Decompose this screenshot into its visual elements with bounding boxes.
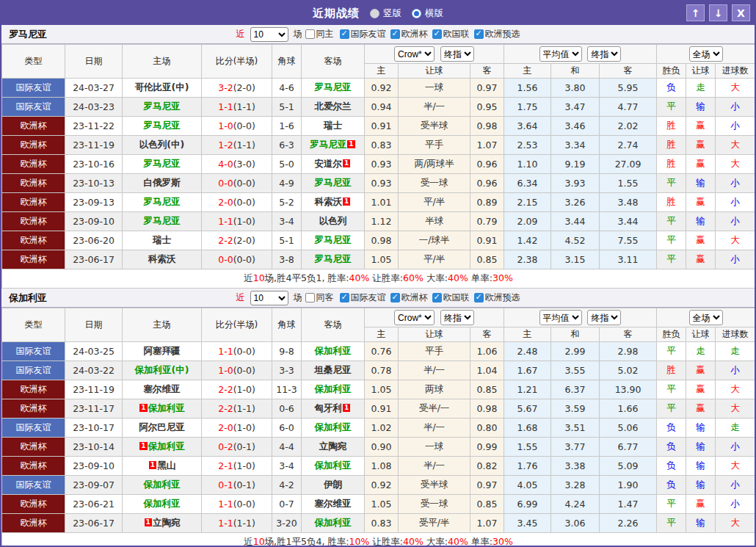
home-odds: 0.92	[365, 476, 399, 495]
score-cell: 4-0(3-0)	[202, 155, 272, 174]
checkbox-unchecked-icon[interactable]	[305, 29, 315, 39]
handicap-line: 平手	[399, 342, 470, 361]
checkbox-checked-icon[interactable]	[432, 293, 442, 303]
league-filter-checkbox[interactable]: 欧国联	[432, 28, 470, 40]
avg-away-odds: 4.77	[600, 98, 657, 117]
home-team-cell: 1保加利亚	[123, 399, 202, 419]
league-filter-checkbox[interactable]: 欧洲杯	[390, 28, 428, 40]
home-odds: 1.05	[365, 250, 399, 269]
result-handicap: 赢	[686, 250, 716, 269]
result-goals: 大	[716, 457, 755, 476]
score-cell: 1-1(0-0)	[202, 342, 272, 361]
home-team-name: 罗马尼亚	[144, 215, 181, 226]
checkbox-checked-icon[interactable]	[390, 29, 400, 39]
final-odds-select-2[interactable]: 终指	[587, 46, 621, 62]
col-away: 客场	[302, 45, 365, 79]
avg-draw-odds: 3.55	[551, 361, 600, 380]
result-goals: 大	[716, 514, 755, 533]
score-cell: 1-1(1-1)	[202, 514, 272, 533]
league-filter-checkbox[interactable]: 国际友谊	[340, 28, 386, 40]
league-badge: 欧洲杯	[2, 155, 65, 174]
layout-option-vertical[interactable]: 竖版	[370, 7, 401, 20]
league-filter-checkbox[interactable]: 欧洲杯	[390, 291, 428, 304]
scope-select[interactable]: 全场	[689, 310, 723, 325]
league-filter-checkbox[interactable]: 欧洲预选	[474, 291, 520, 304]
match-date: 23-06-21	[65, 495, 123, 514]
summary-text: 近	[244, 536, 253, 547]
final-odds-select[interactable]: 终指	[440, 310, 474, 325]
match-count-select[interactable]: 10	[250, 291, 288, 305]
checkbox-checked-icon[interactable]	[474, 293, 484, 303]
radio-unselected-icon[interactable]	[370, 9, 379, 18]
league-filter-checkbox[interactable]: 欧洲预选	[474, 28, 520, 40]
away-odds: 1.07	[470, 136, 504, 155]
home-team-name: 黑山	[157, 460, 175, 471]
match-count-select[interactable]: 10	[250, 27, 288, 42]
home-odds: 0.93	[365, 155, 399, 174]
home-team-name: 罗马尼亚	[144, 101, 181, 112]
result-handicap: 赢	[686, 231, 716, 250]
away-team-name: 安道尔	[315, 158, 343, 169]
odds-source-select[interactable]: Crow*	[394, 46, 435, 62]
league-badge: 国际友谊	[2, 476, 65, 495]
result-goals: 小	[716, 495, 755, 514]
checkbox-checked-icon[interactable]	[474, 29, 484, 39]
home-odds: 0.83	[365, 136, 399, 155]
final-odds-select[interactable]: 终指	[440, 46, 474, 62]
away-team-name: 瑞士	[324, 120, 342, 131]
scope-select[interactable]: 全场	[689, 46, 723, 62]
checkbox-unchecked-icon[interactable]	[305, 293, 315, 303]
checkbox-checked-icon[interactable]	[432, 29, 442, 39]
corner-count: 3-4	[272, 212, 302, 231]
league-filter-checkbox[interactable]: 国际友谊	[340, 291, 386, 304]
checkbox-checked-icon[interactable]	[390, 293, 400, 303]
result-goals: 大	[716, 136, 755, 155]
score-cell: 1-0(0-0)	[202, 117, 272, 136]
away-odds: 0.85	[470, 250, 504, 269]
halftime-score: (0-0)	[233, 499, 255, 510]
subcol-outcome: 胜负	[657, 64, 686, 79]
average-select[interactable]: 平均值	[539, 310, 582, 325]
recent-results-window: 近期战绩 竖版 横版 ↑ ↓ X 罗马尼亚 近 10 场	[0, 0, 756, 547]
home-team-name: 阿尔巴尼亚	[139, 421, 185, 432]
league-badge: 欧洲杯	[2, 495, 65, 514]
handicap-line: 半/一	[399, 361, 470, 380]
checkbox-checked-icon[interactable]	[340, 293, 349, 303]
final-odds-select-2[interactable]: 终指	[587, 310, 621, 325]
away-odds: 0.97	[470, 79, 504, 98]
away-odds: 0.85	[470, 380, 504, 399]
match-row: 欧洲杯23-06-171立陶宛1-1(1-1)3-20保加利亚0.83受平/半1…	[2, 514, 755, 533]
result-handicap: 赢	[686, 117, 716, 136]
league-filter-label: 欧洲杯	[401, 291, 428, 304]
league-filter-checkbox[interactable]: 欧国联	[432, 291, 470, 304]
avg-home-odds: 5.67	[504, 399, 551, 419]
avg-home-odds: 2.48	[504, 342, 551, 361]
corner-count: 3-20	[272, 514, 302, 533]
league-filter-label: 欧洲杯	[401, 28, 428, 40]
radio-selected-icon[interactable]	[412, 9, 421, 18]
odds-source-select[interactable]: Crow*	[394, 310, 435, 325]
handicap-line: 受半球	[399, 117, 470, 136]
match-row: 欧洲杯23-10-13白俄罗斯0-0(0-0)4-9罗马尼亚0.93受一球0.9…	[2, 174, 755, 193]
near-label: 近	[236, 28, 245, 40]
same-venue-checkbox[interactable]: 同主	[305, 28, 334, 40]
avg-home-odds: 1.75	[504, 98, 551, 117]
avg-away-odds: 5.09	[600, 457, 657, 476]
result-outcome: 负	[657, 457, 686, 476]
home-team-cell: 塞尔维亚	[123, 380, 202, 399]
summary-stat-value: 40%	[349, 272, 370, 283]
avg-away-odds: 3.48	[600, 193, 657, 212]
scroll-up-button[interactable]: ↑	[686, 4, 705, 21]
window-title: 近期战绩	[313, 7, 360, 21]
result-handicap: 走	[686, 79, 716, 98]
scroll-down-button[interactable]: ↓	[709, 4, 727, 21]
checkbox-checked-icon[interactable]	[340, 29, 349, 39]
average-select[interactable]: 平均值	[539, 46, 582, 62]
close-button[interactable]: X	[732, 4, 750, 21]
away-team-cell: 坦桑尼亚	[302, 361, 365, 380]
same-venue-checkbox[interactable]: 同客	[305, 291, 334, 304]
away-team-name: 罗马尼亚	[315, 177, 352, 188]
league-badge: 欧洲杯	[2, 174, 65, 193]
layout-option-horizontal[interactable]: 横版	[412, 7, 443, 20]
match-date: 23-10-16	[65, 155, 123, 174]
